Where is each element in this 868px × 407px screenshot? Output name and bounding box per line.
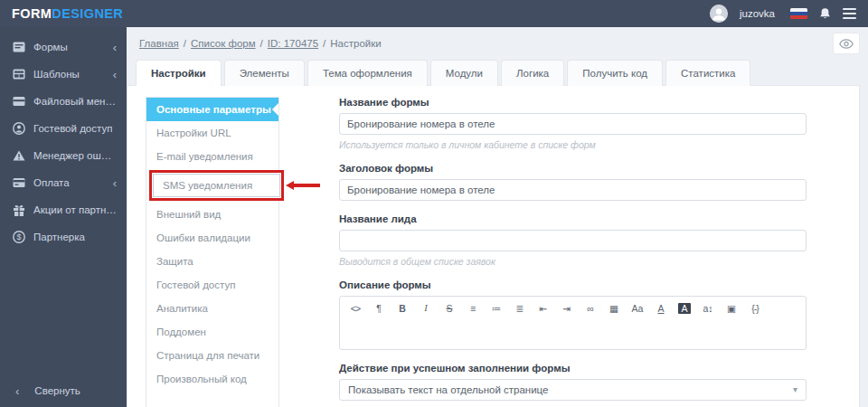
success-action-selected: Показывать текст на отдельной странице (348, 384, 548, 395)
tab-logic[interactable]: Логика (501, 60, 564, 86)
sidebar-collapse-button[interactable]: Свернуть (0, 374, 127, 407)
eye-icon (839, 39, 854, 49)
settings-menu-item-email-notifications[interactable]: E-mail уведомления (146, 145, 278, 168)
sidebar-item-error-manager[interactable]: Менеджер ошибок (0, 142, 127, 169)
username[interactable]: juzovka (740, 8, 775, 19)
background-color-icon[interactable] (673, 299, 696, 318)
settings-menu-item-validation-errors[interactable]: Ошибки валидации (146, 226, 278, 250)
dropdown-caret-icon (793, 385, 797, 394)
user-avatar[interactable] (710, 5, 728, 23)
tab-get-code[interactable]: Получить код (567, 60, 663, 86)
chevron-left-icon (109, 177, 117, 189)
payment-icon (12, 177, 25, 188)
sidebar-item-label: Шаблоны (33, 69, 80, 80)
breadcrumb: Главная / Список форм / ID: 170475 / Нас… (139, 38, 382, 49)
text-color-icon[interactable] (649, 299, 673, 318)
insert-image-icon[interactable] (720, 299, 743, 318)
settings-menu-item-analytics[interactable]: Аналитика (146, 297, 278, 320)
partner-promos-icon (12, 204, 25, 216)
tab-theme[interactable]: Тема оформления (307, 60, 428, 86)
template-vars-icon[interactable] (743, 299, 767, 318)
tab-settings[interactable]: Настройки (136, 60, 222, 86)
templates-icon (12, 69, 25, 80)
description-editor-body[interactable] (340, 320, 806, 349)
settings-menu-item-sms-notifications[interactable]: SMS уведомления (153, 174, 280, 197)
settings-menu-item-basic-params[interactable]: Основные параметры (146, 98, 278, 121)
form-tabs: Настройки Элементы Тема оформления Модул… (127, 60, 860, 86)
italic-icon[interactable] (414, 298, 438, 318)
app-logo[interactable]: FORMDESIGNER (12, 6, 123, 21)
indent-icon[interactable] (555, 299, 579, 318)
outdent-icon[interactable] (532, 299, 555, 318)
sidebar-item-partner-promos[interactable]: Акции от партнеров (0, 196, 127, 223)
table-icon[interactable] (602, 299, 626, 318)
breadcrumb-link-form-id[interactable]: ID: 170475 (268, 38, 318, 49)
strikethrough-icon[interactable] (438, 299, 461, 318)
sidebar: Формы Шаблоны Файловый менеджер Гостевой… (0, 27, 127, 407)
form-name-input[interactable] (339, 113, 807, 135)
form-title-input[interactable] (339, 179, 807, 201)
svg-text:$: $ (16, 232, 21, 241)
chevron-left-icon (109, 42, 117, 53)
settings-menu: Основные параметры Настройки URL E-mail … (146, 97, 279, 407)
form-title-label: Заголовок формы (339, 163, 807, 174)
font-family-icon[interactable] (626, 299, 649, 318)
notifications-bell-icon[interactable] (819, 7, 831, 20)
settings-card: Основные параметры Настройки URL E-mail … (127, 85, 860, 407)
breadcrumb-link-home[interactable]: Главная (139, 38, 179, 49)
sidebar-item-label: Гостевой доступ (33, 123, 112, 134)
tab-statistics[interactable]: Статистика (665, 60, 750, 86)
description-label: Описание формы (339, 279, 807, 290)
sidebar-item-affiliate[interactable]: $ Партнерка (0, 223, 127, 251)
settings-menu-item-subdomain[interactable]: Поддомен (146, 320, 278, 344)
breadcrumb-row: Главная / Список форм / ID: 170475 / Нас… (127, 27, 860, 60)
settings-menu-item-custom-code[interactable]: Произвольный код (146, 367, 278, 391)
breadcrumb-separator: / (184, 38, 186, 49)
app-root: FORMDESIGNER juzovka Формы Шаблоны (0, 0, 868, 407)
form-name-label: Название формы (339, 97, 807, 108)
lead-name-group: Название лида Выводится в общем списке з… (339, 213, 807, 267)
menu-icon[interactable] (843, 8, 856, 19)
description-group: Описание формы (339, 279, 807, 350)
lead-name-label: Название лида (339, 213, 807, 224)
success-action-select[interactable]: Показывать текст на отдельной странице (339, 379, 807, 401)
header-actions: juzovka (710, 5, 856, 23)
tab-modules[interactable]: Модули (430, 60, 498, 86)
description-editor (339, 296, 807, 350)
annotation-highlight-box: SMS уведомления (149, 170, 284, 201)
link-icon[interactable] (579, 299, 602, 318)
align-left-icon[interactable] (461, 299, 485, 318)
sidebar-item-label: Менеджер ошибок (33, 150, 117, 161)
settings-menu-item-protection[interactable]: Защита (146, 250, 278, 273)
error-manager-icon (12, 150, 25, 161)
settings-menu-item-appearance[interactable]: Внешний вид (146, 203, 278, 226)
logo-form: FORM (12, 6, 52, 21)
settings-menu-item-url-settings[interactable]: Настройки URL (146, 121, 278, 145)
lead-name-hint: Выводится в общем списке заявок (339, 256, 807, 267)
sidebar-item-file-manager[interactable]: Файловый менеджер (0, 88, 127, 115)
code-view-icon[interactable] (344, 299, 367, 318)
unordered-list-icon[interactable] (508, 299, 532, 318)
paragraph-format-icon[interactable] (367, 299, 391, 318)
sidebar-item-forms[interactable]: Формы (0, 33, 127, 61)
language-flag-icon[interactable] (790, 8, 807, 19)
chevron-left-icon (109, 69, 117, 80)
breadcrumb-link-form-list[interactable]: Список форм (191, 38, 256, 49)
tab-elements[interactable]: Элементы (224, 60, 305, 86)
success-action-label: Действие при успешном заполнении формы (339, 363, 807, 374)
settings-menu-item-guest-access[interactable]: Гостевой доступ (146, 273, 278, 297)
collapse-label: Свернуть (34, 385, 80, 396)
sidebar-item-guest-access[interactable]: Гостевой доступ (0, 115, 127, 142)
font-size-icon[interactable] (696, 299, 720, 318)
form-name-group: Название формы Используется только в лич… (339, 97, 807, 150)
preview-button[interactable] (833, 33, 860, 54)
breadcrumb-separator: / (323, 38, 326, 49)
affiliate-icon: $ (12, 231, 25, 243)
sidebar-item-templates[interactable]: Шаблоны (0, 61, 127, 88)
sidebar-item-payment[interactable]: Оплата (0, 169, 127, 196)
settings-menu-item-print-page[interactable]: Страница для печати (146, 344, 278, 367)
ordered-list-icon[interactable] (485, 299, 508, 318)
lead-name-input[interactable] (339, 230, 807, 251)
bold-icon[interactable] (391, 299, 414, 318)
guest-access-icon (12, 122, 25, 135)
